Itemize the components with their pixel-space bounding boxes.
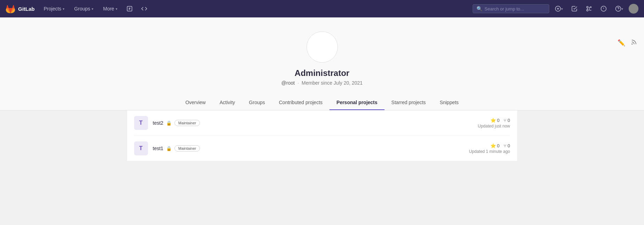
projects-list: T test2 🔒 Maintainer ⭐ 0 ⑂ (127, 110, 517, 161)
search-bar[interactable]: 🔍 (473, 4, 549, 13)
help-icon[interactable]: ▾ (612, 3, 626, 14)
profile-member-since: Member since July 20, 2021 (302, 80, 363, 86)
profile-tabs: Overview Activity Groups Contributed pro… (178, 96, 466, 110)
fork-icon-test1: ⑂ (504, 143, 506, 148)
stats-row-test1: ⭐ 0 ⑂ 0 (490, 143, 510, 148)
project-name-test2[interactable]: test2 (153, 120, 163, 126)
profile-avatar-large (307, 31, 338, 63)
tab-snippets[interactable]: Snippets (433, 96, 465, 110)
star-count-test2: ⭐ 0 (490, 118, 499, 123)
gitlab-logo-text: GitLab (18, 6, 35, 12)
nav-groups[interactable]: Groups ▾ (71, 4, 97, 14)
role-badge-test2: Maintainer (174, 120, 200, 126)
fork-icon-test2: ⑂ (504, 118, 506, 123)
todo-icon[interactable] (568, 3, 580, 14)
more-chevron-icon: ▾ (116, 7, 117, 11)
navbar: GitLab Projects ▾ Groups ▾ More ▾ 🔍 ▾ ▾ (0, 0, 644, 17)
search-input[interactable] (484, 6, 545, 11)
rss-feed-icon[interactable] (629, 38, 638, 48)
stats-row-test2: ⭐ 0 ⑂ 0 (490, 118, 510, 123)
lock-icon-test1: 🔒 (166, 146, 172, 151)
lock-icon-test2: 🔒 (166, 121, 172, 126)
nav-more[interactable]: More ▾ (100, 4, 121, 14)
issues-icon[interactable] (598, 3, 610, 14)
project-info-test1: test1 🔒 Maintainer (153, 145, 464, 152)
fork-count-test1: ⑂ 0 (504, 143, 510, 148)
edit-profile-icon[interactable]: ✏️ (616, 38, 627, 48)
fork-count-test2: ⑂ 0 (504, 118, 510, 123)
main-content: ✏️ Administrator @root · Member since Ju… (0, 17, 644, 225)
project-avatar-test2: T (134, 116, 148, 130)
search-icon: 🔍 (476, 6, 482, 11)
gitlab-logo[interactable]: GitLab (6, 4, 35, 14)
tab-activity[interactable]: Activity (212, 96, 242, 110)
groups-chevron-icon: ▾ (92, 7, 93, 11)
activity-chart-icon[interactable] (124, 3, 135, 14)
updated-time-test1: Updated 1 minute ago (469, 149, 510, 154)
table-row: T test1 🔒 Maintainer ⭐ 0 ⑂ (134, 136, 510, 161)
tab-starred-projects[interactable]: Starred projects (385, 96, 433, 110)
profile-header: Administrator @root · Member since July … (0, 17, 644, 110)
profile-handle: @root (281, 80, 295, 86)
projects-chevron-icon: ▾ (63, 7, 64, 11)
user-avatar[interactable] (629, 4, 638, 14)
create-chevron-icon: ▾ (561, 7, 563, 11)
help-chevron-icon: ▾ (621, 7, 623, 11)
svg-point-5 (587, 9, 588, 11)
project-name-test1[interactable]: test1 (153, 146, 163, 151)
tab-groups[interactable]: Groups (242, 96, 272, 110)
merge-request-icon[interactable] (583, 3, 595, 14)
profile-meta: @root · Member since July 20, 2021 (281, 80, 363, 86)
project-avatar-test1: T (134, 141, 148, 155)
tab-personal-projects[interactable]: Personal projects (329, 96, 385, 110)
svg-point-12 (632, 44, 633, 45)
svg-point-4 (587, 6, 588, 8)
create-new-button[interactable]: ▾ (552, 3, 566, 14)
meta-dot: · (297, 80, 299, 86)
nav-projects[interactable]: Projects ▾ (40, 4, 68, 14)
project-stats-test2: ⭐ 0 ⑂ 0 Updated just now (478, 118, 510, 129)
projects-wrapper: T test2 🔒 Maintainer ⭐ 0 ⑂ (113, 110, 531, 161)
role-badge-test1: Maintainer (174, 145, 200, 152)
tab-contributed-projects[interactable]: Contributed projects (272, 96, 329, 110)
table-row: T test2 🔒 Maintainer ⭐ 0 ⑂ (134, 110, 510, 136)
star-icon-test2: ⭐ (490, 118, 496, 123)
project-info-test2: test2 🔒 Maintainer (153, 120, 473, 126)
star-icon-test1: ⭐ (490, 143, 496, 148)
code-snippet-icon[interactable] (138, 3, 150, 14)
tab-overview[interactable]: Overview (178, 96, 212, 110)
star-count-test1: ⭐ 0 (490, 143, 499, 148)
project-stats-test1: ⭐ 0 ⑂ 0 Updated 1 minute ago (469, 143, 510, 154)
profile-actions: ✏️ (616, 38, 638, 48)
profile-name: Administrator (295, 68, 349, 78)
updated-time-test2: Updated just now (478, 124, 510, 129)
